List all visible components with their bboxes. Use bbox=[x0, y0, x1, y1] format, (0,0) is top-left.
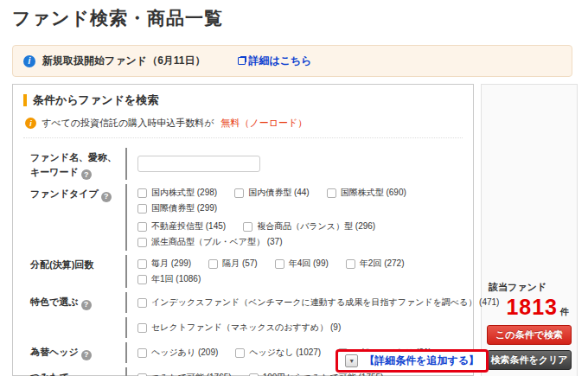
row-label-text: 為替ヘッジ bbox=[30, 347, 79, 357]
checkbox[interactable] bbox=[137, 204, 147, 213]
checkbox-label: 年2回 (272) bbox=[360, 258, 405, 270]
checkbox[interactable] bbox=[208, 259, 218, 269]
section-title: 条件からファンドを検索 bbox=[33, 92, 158, 108]
form-row-fund-type: ファンドタイプ? 国内株式型 (298) 国内債券型 (44) 国際株式型 (6… bbox=[23, 184, 463, 251]
checkbox-label: ヘッジあり (209) bbox=[151, 347, 218, 359]
section-header: 条件からファンドを検索 bbox=[23, 92, 463, 108]
info-icon: i bbox=[23, 55, 35, 67]
row-field: 毎月 (299) 隔月 (57) 年4回 (99) 年2回 (272) 年1回 … bbox=[125, 255, 463, 288]
form-row-distribution: 分配(決算)回数 毎月 (299) 隔月 (57) 年4回 (99) 年2回 (… bbox=[23, 255, 463, 288]
checkbox[interactable] bbox=[137, 298, 147, 308]
checkbox[interactable] bbox=[137, 188, 147, 198]
checkbox-line: 国内株式型 (298) 国内債券型 (44) 国際株式型 (690) 国際債券型… bbox=[137, 187, 463, 214]
checkbox-option[interactable]: 国内株式型 (298) bbox=[137, 187, 217, 199]
checkbox[interactable] bbox=[137, 222, 147, 232]
checkbox[interactable] bbox=[275, 259, 284, 269]
result-count-line: 1813件 bbox=[487, 295, 572, 320]
add-detail-conditions-link[interactable]: 【詳細条件を追加する】 bbox=[364, 354, 479, 368]
search-button[interactable]: この条件で検索 bbox=[487, 325, 572, 345]
checkbox[interactable] bbox=[137, 238, 147, 247]
help-icon[interactable]: ? bbox=[81, 350, 92, 360]
checkbox-label: インデックスファンド（ベンチマークに連動する成果を目指すファンドを調べる） (4… bbox=[151, 296, 499, 309]
fee-free-text: 無料（ノーロード） bbox=[221, 117, 308, 130]
row-field: インデックスファンド（ベンチマークに連動する成果を目指すファンドを調べる） (4… bbox=[125, 292, 499, 313]
chevron-down-icon[interactable]: ▼ bbox=[345, 354, 358, 367]
notice-label: 新規取扱開始ファンド（6月11日） bbox=[42, 54, 205, 68]
row-label-text: ファンド名、愛称、キーワード bbox=[30, 152, 117, 177]
checkbox[interactable] bbox=[234, 188, 244, 198]
expand-row: ▼ 【詳細条件を追加する】 bbox=[336, 349, 489, 373]
checkbox-line: インデックスファンド（ベンチマークに連動する成果を目指すファンドを調べる） (4… bbox=[137, 296, 499, 309]
checkbox-label: 複合商品（バランス）型 (296) bbox=[257, 220, 375, 233]
row-label-text: ファンドタイプ bbox=[30, 188, 99, 199]
checkbox[interactable] bbox=[137, 259, 147, 269]
result-count: 1813 bbox=[506, 295, 558, 319]
expand-highlight-box: ▼ 【詳細条件を追加する】 bbox=[336, 349, 489, 373]
clear-conditions-button[interactable]: 検索条件をクリア bbox=[487, 350, 572, 370]
row-label: ファンドタイプ? bbox=[23, 184, 125, 251]
checkbox-option[interactable]: 年4回 (99) bbox=[275, 258, 329, 270]
row-field: セレクトファンド（マネックスのおすすめ） (9) bbox=[125, 317, 463, 338]
checkbox-label: 毎月 (299) bbox=[151, 258, 191, 270]
checkbox[interactable] bbox=[137, 323, 147, 333]
page-title: ファンド検索・商品一覧 bbox=[12, 6, 588, 30]
fee-note-text: すべての投資信託の購入時申込手数料が bbox=[42, 117, 214, 130]
help-icon[interactable]: ? bbox=[101, 192, 112, 202]
checkbox-option[interactable]: 国際株式型 (690) bbox=[327, 187, 406, 199]
checkbox-option[interactable]: 複合商品（バランス）型 (296) bbox=[243, 220, 375, 233]
checkbox-option[interactable]: 国内債券型 (44) bbox=[234, 187, 310, 199]
notice-link-wrap: 詳細はこちら bbox=[238, 54, 311, 68]
fund-search-panel: 条件からファンドを検索 i すべての投資信託の購入時申込手数料が 無料（ノーロー… bbox=[12, 84, 474, 376]
checkbox[interactable] bbox=[137, 275, 147, 284]
checkbox[interactable] bbox=[243, 222, 252, 232]
checkbox-label: セレクトファンド（マネックスのおすすめ） (9) bbox=[151, 322, 341, 334]
form-row-keyword: ファンド名、愛称、キーワード? bbox=[23, 148, 463, 180]
form-row-feature-select: セレクトファンド（マネックスのおすすめ） (9) bbox=[23, 317, 463, 338]
checkbox-line: 毎月 (299) 隔月 (57) 年4回 (99) 年2回 (272) 年1回 … bbox=[137, 258, 463, 285]
help-icon[interactable]: ? bbox=[81, 300, 92, 310]
checkbox-label: 国内債券型 (44) bbox=[248, 187, 310, 199]
checkbox-label: ヘッジなし (1027) bbox=[249, 347, 321, 359]
keyword-input[interactable] bbox=[137, 156, 260, 172]
checkbox-option[interactable]: 国際債券型 (299) bbox=[137, 202, 217, 214]
help-icon[interactable]: ? bbox=[81, 169, 92, 180]
row-label: 為替ヘッジ? bbox=[23, 342, 125, 363]
new-fund-notice-bar: i 新規取扱開始ファンド（6月11日） 詳細はこちら bbox=[12, 45, 572, 77]
row-label-text: つみたて bbox=[30, 372, 69, 376]
checkbox-option[interactable]: インデックスファンド（ベンチマークに連動する成果を目指すファンドを調べる） (4… bbox=[137, 296, 499, 309]
result-count-label: 該当ファンド bbox=[487, 281, 572, 294]
checkbox-label: 不動産投信型 (145) bbox=[151, 220, 226, 233]
row-label: ファンド名、愛称、キーワード? bbox=[23, 148, 125, 180]
checkbox-line: セレクトファンド（マネックスのおすすめ） (9) bbox=[137, 322, 463, 334]
checkbox-option[interactable]: 年2回 (272) bbox=[346, 258, 405, 270]
divider bbox=[23, 137, 463, 138]
checkbox-option[interactable]: 派生商品型（ブル・ベア型） (37) bbox=[137, 236, 283, 248]
checkbox-label: 国内株式型 (298) bbox=[151, 187, 217, 199]
row-label: つみたて bbox=[23, 367, 125, 376]
result-panel: 該当ファンド 1813件 この条件で検索 検索条件をクリア bbox=[481, 84, 578, 376]
checkbox[interactable] bbox=[346, 259, 355, 269]
checkbox-option[interactable]: 不動産投信型 (145) bbox=[137, 220, 226, 233]
result-count-unit: 件 bbox=[560, 307, 569, 316]
checkbox-label: 隔月 (57) bbox=[222, 258, 258, 270]
details-link[interactable]: 詳細はこちら bbox=[248, 54, 311, 68]
fee-info-icon: i bbox=[25, 118, 36, 129]
checkbox-option[interactable]: つみたて可能 (1765) bbox=[137, 372, 232, 376]
checkbox-option[interactable]: ヘッジなし (1027) bbox=[235, 347, 321, 359]
checkbox-option[interactable]: 毎月 (299) bbox=[137, 258, 191, 270]
row-field bbox=[125, 148, 463, 180]
row-label: 特色で選ぶ? bbox=[23, 292, 125, 313]
checkbox-label: 国際株式型 (690) bbox=[341, 187, 406, 199]
checkbox-option[interactable]: セレクトファンド（マネックスのおすすめ） (9) bbox=[137, 322, 341, 334]
checkbox[interactable] bbox=[137, 348, 147, 358]
external-link-icon bbox=[238, 57, 246, 65]
checkbox[interactable] bbox=[235, 348, 245, 358]
checkbox-option[interactable]: 隔月 (57) bbox=[208, 258, 258, 270]
fee-note: i すべての投資信託の購入時申込手数料が 無料（ノーロード） bbox=[25, 117, 463, 130]
row-label-text: 分配(決算)回数 bbox=[30, 259, 93, 270]
form-row-feature-index: 特色で選ぶ? インデックスファンド（ベンチマークに連動する成果を目指すファンドを… bbox=[23, 292, 463, 313]
checkbox-option[interactable]: 年1回 (1086) bbox=[137, 273, 201, 285]
checkbox-line: 不動産投信型 (145) 複合商品（バランス）型 (296) 派生商品型（ブル・… bbox=[137, 220, 463, 248]
checkbox-option[interactable]: ヘッジあり (209) bbox=[137, 347, 218, 359]
checkbox[interactable] bbox=[327, 188, 336, 198]
